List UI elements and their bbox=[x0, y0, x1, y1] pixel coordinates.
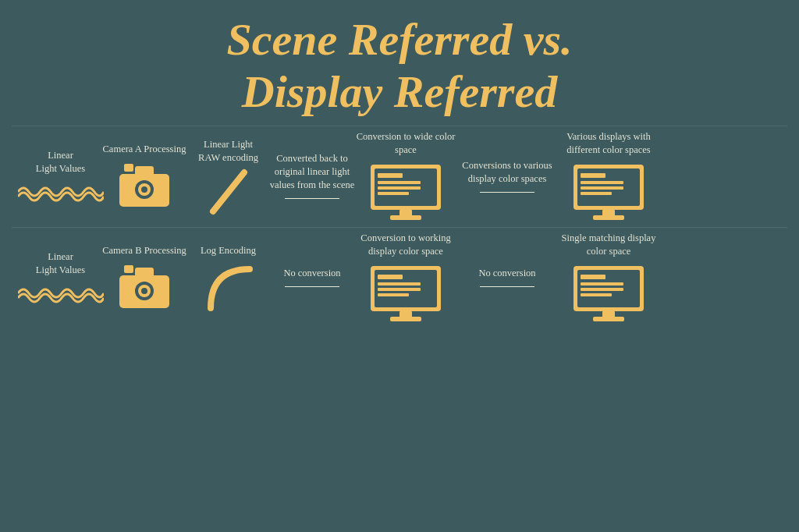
cell-monitor-working: Conversion to working display color spac… bbox=[355, 232, 456, 325]
no-conv-left-label: No conversion bbox=[283, 267, 340, 280]
cell-converted-back: Converted back to original linear light … bbox=[269, 152, 355, 201]
svg-rect-37 bbox=[400, 311, 412, 317]
svg-rect-1 bbox=[135, 166, 154, 177]
svg-rect-45 bbox=[602, 311, 615, 317]
svg-rect-44 bbox=[581, 293, 612, 296]
wavy-icon-bottom bbox=[18, 281, 104, 306]
svg-rect-38 bbox=[390, 317, 421, 321]
camera-icon-top bbox=[113, 160, 176, 211]
camera-a-label: Camera A Processing bbox=[103, 143, 186, 156]
svg-rect-18 bbox=[581, 173, 605, 178]
hline-no-conv-left bbox=[285, 286, 339, 287]
svg-rect-35 bbox=[378, 288, 421, 291]
cell-monitor-various: Various displays with different color sp… bbox=[558, 130, 659, 223]
slash-icon-top bbox=[205, 168, 252, 215]
cell-camera-a: Camera A Processing bbox=[101, 143, 187, 211]
converted-back-label: Converted back to original linear light … bbox=[269, 152, 355, 192]
svg-rect-43 bbox=[581, 288, 623, 291]
svg-rect-20 bbox=[581, 186, 623, 190]
wavy-icon-top bbox=[18, 179, 104, 204]
hline-various-top bbox=[480, 192, 534, 193]
svg-rect-33 bbox=[378, 275, 403, 279]
cell-camera-b: Camera B Processing bbox=[101, 244, 187, 312]
monitor-icon-top1 bbox=[367, 161, 445, 223]
monitor-icon-bottom1 bbox=[367, 262, 445, 325]
monitor-icon-top2 bbox=[570, 161, 648, 223]
svg-rect-25 bbox=[135, 268, 154, 278]
cell-various-conversions: Conversions to various display color spa… bbox=[456, 159, 558, 195]
no-conv-right-label: No conversion bbox=[478, 267, 535, 280]
cell-linear-light-top: Linear Light Values bbox=[20, 149, 101, 204]
various-displays-label: Various displays with different color sp… bbox=[558, 130, 659, 157]
wide-color-label: Conversion to wide color space bbox=[355, 130, 456, 157]
cell-no-conversion-right: No conversion bbox=[456, 267, 558, 289]
svg-rect-12 bbox=[378, 186, 421, 190]
hline-converted-top bbox=[285, 198, 339, 199]
svg-rect-26 bbox=[124, 265, 133, 273]
top-row: Linear Light Values Camera A Processing … bbox=[0, 126, 799, 227]
svg-rect-10 bbox=[378, 173, 403, 178]
hline-no-conv-right bbox=[480, 286, 534, 287]
svg-rect-23 bbox=[593, 215, 624, 220]
working-color-label: Conversion to working display color spac… bbox=[355, 232, 456, 258]
svg-rect-22 bbox=[602, 210, 615, 216]
raw-label-top: Linear Light RAW encoding bbox=[198, 138, 258, 165]
cell-log-encoding: Log Encoding bbox=[187, 244, 269, 312]
svg-rect-15 bbox=[390, 215, 421, 220]
linear-light-label-top: Linear Light Values bbox=[36, 149, 85, 176]
svg-line-7 bbox=[213, 172, 244, 211]
linear-light-label-bottom: Linear Light Values bbox=[36, 250, 85, 277]
svg-rect-41 bbox=[581, 275, 605, 279]
svg-rect-19 bbox=[581, 181, 623, 184]
svg-rect-21 bbox=[581, 192, 612, 195]
various-conv-label: Conversions to various display color spa… bbox=[456, 159, 558, 186]
svg-rect-2 bbox=[124, 164, 133, 172]
camera-b-label: Camera B Processing bbox=[102, 244, 186, 257]
monitor-icon-bottom2 bbox=[570, 262, 648, 325]
camera-icon-bottom bbox=[113, 261, 176, 312]
svg-rect-34 bbox=[378, 282, 421, 286]
page-title-block: Scene Referred vs. Display Referred bbox=[0, 0, 799, 126]
svg-rect-42 bbox=[581, 282, 623, 286]
cell-monitor-wide: Conversion to wide color space bbox=[355, 130, 456, 223]
cell-raw-encoding-top: Linear Light RAW encoding bbox=[187, 138, 269, 215]
svg-point-5 bbox=[141, 186, 147, 193]
svg-rect-46 bbox=[593, 317, 624, 321]
cell-linear-light-bottom: Linear Light Values bbox=[20, 250, 101, 306]
svg-rect-11 bbox=[378, 181, 421, 184]
single-match-label: Single matching display color space bbox=[558, 232, 659, 258]
svg-rect-14 bbox=[400, 210, 412, 216]
title-line1: Scene Referred vs. Display Referred bbox=[0, 14, 799, 118]
svg-rect-36 bbox=[378, 293, 409, 296]
svg-rect-13 bbox=[378, 192, 409, 195]
cell-monitor-single: Single matching display color space bbox=[558, 232, 659, 325]
curve-icon-bottom bbox=[203, 261, 254, 312]
bottom-row: Linear Light Values Camera B Processing … bbox=[0, 228, 799, 328]
svg-point-29 bbox=[141, 288, 147, 294]
svg-rect-30 bbox=[160, 278, 166, 289]
cell-no-conversion-left: No conversion bbox=[269, 267, 355, 289]
log-label-bottom: Log Encoding bbox=[201, 244, 256, 257]
svg-rect-6 bbox=[160, 177, 166, 188]
